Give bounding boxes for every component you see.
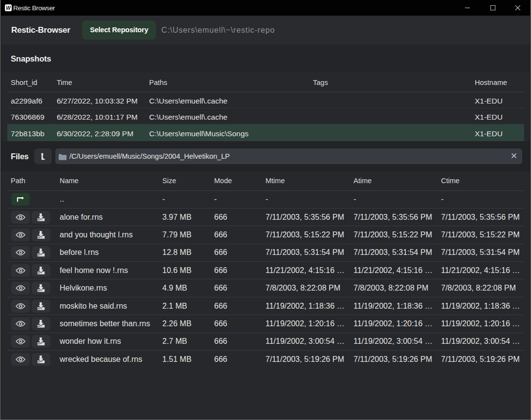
- svg-text:W: W: [6, 5, 11, 11]
